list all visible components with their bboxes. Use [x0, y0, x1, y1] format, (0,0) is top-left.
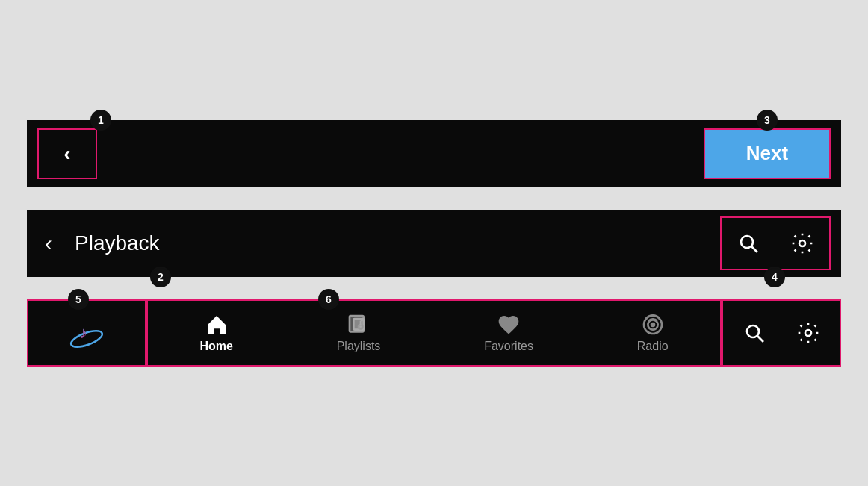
- playback-title: Playback: [75, 231, 160, 255]
- home-icon: [205, 313, 229, 337]
- badge-6: 6: [318, 289, 339, 310]
- back-button-playback[interactable]: ‹: [37, 223, 60, 264]
- back-button-top[interactable]: ‹: [37, 128, 97, 179]
- nav-items: Home Playlists Favorites: [146, 299, 722, 367]
- svg-point-13: [747, 325, 759, 337]
- search-icon: [737, 231, 760, 255]
- badge-2: 2: [150, 267, 171, 287]
- svg-point-12: [651, 323, 654, 326]
- badge-1: 1: [90, 110, 111, 131]
- nav-bar: ♪ Home: [27, 299, 841, 367]
- search-button-nav[interactable]: [728, 308, 781, 358]
- chevron-left-icon: ‹: [63, 142, 70, 166]
- svg-point-2: [799, 240, 805, 246]
- playback-left: ‹ Playback: [37, 223, 160, 264]
- top-bar: ‹ Next: [27, 120, 841, 187]
- svg-line-9: [361, 320, 364, 320]
- svg-point-15: [805, 330, 811, 336]
- nav-label-playlists: Playlists: [337, 340, 381, 353]
- nav-item-playlists[interactable]: Playlists: [322, 301, 396, 365]
- nav-item-favorites[interactable]: Favorites: [469, 301, 548, 365]
- playback-actions: [720, 216, 831, 270]
- nav-label-home: Home: [199, 340, 232, 353]
- nav-item-radio[interactable]: Radio: [622, 301, 683, 365]
- nav-logo[interactable]: ♪: [27, 299, 146, 367]
- svg-line-1: [751, 246, 757, 252]
- badge-5: 5: [68, 289, 89, 310]
- nav-label-favorites: Favorites: [484, 340, 533, 353]
- svg-text:♪: ♪: [79, 323, 87, 342]
- logo-icon: ♪: [66, 312, 108, 354]
- badge-3: 3: [757, 110, 778, 131]
- next-button[interactable]: Next: [704, 128, 831, 179]
- nav-label-radio: Radio: [637, 340, 669, 353]
- playback-bar: ‹ Playback: [27, 210, 841, 277]
- svg-line-14: [757, 336, 763, 342]
- settings-button-playback[interactable]: [775, 218, 829, 269]
- chevron-left-icon: ‹: [45, 231, 52, 255]
- nav-actions: [722, 299, 841, 367]
- search-button-playback[interactable]: [722, 218, 775, 269]
- favorites-icon: [497, 313, 521, 337]
- svg-point-0: [741, 236, 753, 248]
- gear-icon: [790, 231, 814, 255]
- radio-icon: [641, 313, 665, 337]
- svg-point-7: [359, 325, 362, 328]
- settings-button-nav[interactable]: [781, 308, 835, 358]
- gear-icon: [796, 321, 820, 345]
- badge-4: 4: [764, 267, 785, 287]
- playlists-icon: [347, 313, 371, 337]
- brand-logo: ♪: [66, 312, 108, 354]
- search-icon: [743, 321, 766, 345]
- nav-item-home[interactable]: Home: [185, 301, 247, 365]
